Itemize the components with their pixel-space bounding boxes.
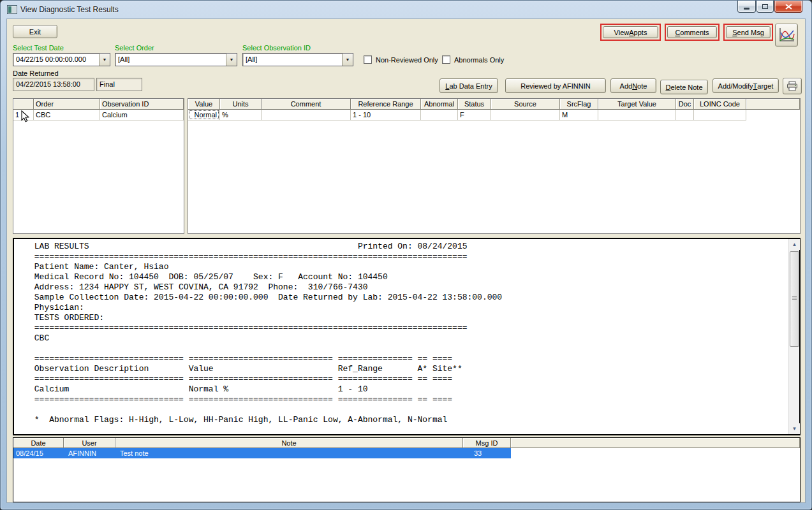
view-appts-button[interactable]: View Appts (603, 26, 658, 38)
grid-header-status[interactable]: Status (458, 99, 491, 110)
grid-cell-observation-id[interactable]: Calcium (100, 110, 184, 120)
grid-cell-srcflag[interactable]: M (560, 110, 598, 120)
notes-cell-user[interactable]: AFINNIN (64, 448, 115, 458)
notes-table: Date User Note Msg ID 08/24/15 AFINNIN T… (13, 437, 801, 502)
comments-button[interactable]: Comments (667, 26, 717, 38)
close-icon (785, 4, 792, 10)
print-button[interactable] (783, 78, 802, 94)
order-combo-value: [All] (115, 54, 226, 66)
notes-header-note[interactable]: Note (115, 438, 463, 448)
lab-report-text: LAB RESULTS Printed On: 08/24/2015 =====… (14, 239, 788, 434)
test-date-dropdown-icon[interactable]: ▼ (99, 54, 110, 66)
grid-cell-loinc-code[interactable] (694, 110, 746, 120)
order-dropdown-icon[interactable]: ▼ (226, 54, 237, 66)
close-button[interactable] (774, 1, 802, 13)
chart-icon (778, 27, 795, 43)
non-reviewed-checkbox[interactable] (364, 55, 372, 64)
grid-cell-reference-range[interactable]: 1 - 10 (351, 110, 421, 120)
grid-cell-status[interactable]: F (458, 110, 491, 120)
scroll-up-button[interactable]: ▲ (789, 239, 800, 250)
grid-cell-rownum[interactable]: 1 (13, 110, 34, 120)
scroll-thumb[interactable] (790, 251, 799, 347)
lab-report-scrollbar[interactable]: ▲ ▼ (788, 239, 799, 434)
grid-row-left[interactable]: 1 CBC Calcium (13, 110, 184, 120)
grid-header-target-value[interactable]: Target Value (598, 99, 676, 110)
observation-combo[interactable]: [All] ▼ (242, 53, 353, 66)
grid-header-value[interactable]: Value (188, 99, 220, 110)
grid-cell-target-value[interactable] (598, 110, 676, 120)
lab-data-entry-button[interactable]: Lab Data Entry (439, 78, 498, 93)
grid-header-units[interactable]: Units (220, 99, 262, 110)
app-icon (7, 5, 17, 14)
notes-header-msg-id[interactable]: Msg ID (463, 438, 511, 448)
titlebar[interactable]: View Diagnostic Test Results (1, 1, 811, 18)
notes-row-selected[interactable]: 08/24/15 AFINNIN Test note 33 (13, 448, 511, 458)
grid-cell-order[interactable]: CBC (34, 110, 100, 120)
select-test-date-label: Select Test Date (13, 44, 64, 52)
notes-header-filler (511, 438, 800, 448)
grid-cell-value[interactable]: Normal (188, 110, 220, 120)
maximize-icon (762, 4, 768, 9)
grid-header-source[interactable]: Source (491, 99, 560, 110)
reviewed-by-button[interactable]: Reviewed by AFINNIN (505, 78, 606, 93)
grid-cell-source[interactable] (491, 110, 560, 120)
delete-note-button[interactable]: Delete Note (660, 80, 708, 94)
add-note-button[interactable]: Add Note (610, 78, 656, 93)
grid-header-srcflag[interactable]: SrcFlag (560, 99, 598, 110)
print-icon (786, 81, 798, 91)
client-area: Exit View Appts Comments Send Msg Select… (6, 18, 806, 503)
notes-cell-note[interactable]: Test note (115, 448, 463, 458)
maximize-button[interactable] (757, 1, 774, 13)
notes-header-date[interactable]: Date (13, 438, 64, 448)
test-date-combo[interactable]: 04/22/15 00:00:00.000 ▼ (13, 53, 110, 66)
grid-header-abnormal[interactable]: Abnormal (421, 99, 458, 110)
send-msg-border: Send Msg (723, 24, 773, 41)
order-combo[interactable]: [All] ▼ (115, 53, 237, 66)
add-modify-target-button[interactable]: Add/Modify Target (712, 78, 779, 93)
observation-combo-value: [All] (243, 54, 342, 66)
send-msg-button[interactable]: Send Msg (726, 26, 771, 38)
comments-border: Comments (665, 24, 720, 41)
results-grid-right-pane: Value Units Comment Reference Range Abno… (188, 98, 801, 234)
test-date-combo-value: 04/22/15 00:00:00.000 (13, 54, 99, 66)
chart-button[interactable] (775, 24, 798, 47)
minimize-icon (744, 8, 749, 10)
exit-button[interactable]: Exit (13, 25, 57, 38)
date-returned-label: Date Returned (13, 69, 59, 77)
view-appts-border: View Appts (600, 24, 661, 41)
grid-header-filler (746, 99, 800, 110)
grid-cell-comment[interactable] (262, 110, 351, 120)
status-field: Final (96, 78, 142, 91)
grid-cell-doc[interactable] (676, 110, 694, 120)
grid-header-doc[interactable]: Doc (676, 99, 694, 110)
observation-dropdown-icon[interactable]: ▼ (342, 54, 353, 66)
notes-cell-msg-id[interactable]: 33 (463, 448, 511, 458)
grid-cell-filler (746, 110, 800, 120)
grid-header-loinc-code[interactable]: LOINC Code (694, 99, 746, 110)
select-observation-label: Select Observation ID (242, 44, 311, 52)
grid-cell-units[interactable]: % (220, 110, 262, 120)
grid-cell-abnormal[interactable] (421, 110, 458, 120)
minimize-button[interactable] (737, 1, 756, 13)
grid-header-comment[interactable]: Comment (262, 99, 351, 110)
results-grid-left-pane: Order Observation ID 1 CBC Calcium (13, 98, 184, 234)
select-order-label: Select Order (115, 44, 154, 52)
grid-header-order[interactable]: Order (34, 99, 100, 110)
non-reviewed-label: Non-Reviewed Only (376, 56, 438, 64)
notes-header-user[interactable]: User (64, 438, 115, 448)
window-title: View Diagnostic Test Results (20, 5, 119, 14)
grid-header-observation-id[interactable]: Observation ID (100, 99, 184, 110)
grid-header-reference-range[interactable]: Reference Range (351, 99, 421, 110)
window: View Diagnostic Test Results Exit View A… (0, 0, 812, 510)
grid-header-rownum (13, 99, 34, 110)
abnormals-label: Abnormals Only (454, 56, 504, 64)
date-returned-field: 04/22/2015 13:58:00 (13, 78, 94, 91)
notes-cell-date[interactable]: 08/24/15 (13, 448, 64, 458)
lab-report-panel: LAB RESULTS Printed On: 08/24/2015 =====… (13, 238, 801, 435)
grid-row-right[interactable]: Normal % 1 - 10 F M (188, 110, 800, 120)
scroll-down-button[interactable]: ▼ (789, 423, 800, 434)
abnormals-checkbox[interactable] (442, 55, 450, 64)
scroll-thumb-grip (792, 296, 797, 300)
